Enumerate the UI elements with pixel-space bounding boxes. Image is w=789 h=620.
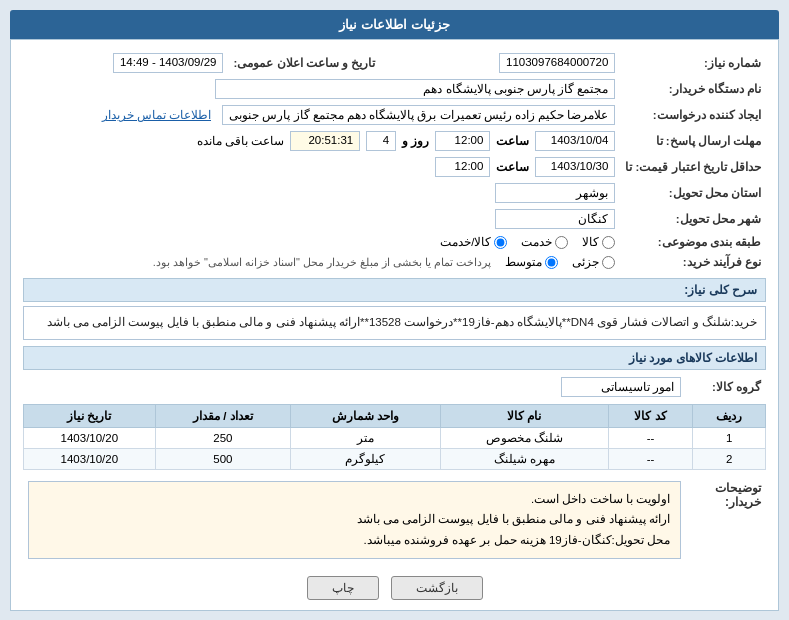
buyer-notes-div: اولویت با ساخت داخل است.ارائه پیشنهاد فن… — [28, 481, 681, 559]
ijad-konande-label: ایجاد کننده درخواست: — [620, 102, 766, 128]
ijad-konande-box: علامرضا حکیم زاده رئیس تعمیرات برق پالای… — [222, 105, 615, 125]
col-tarikh: تاریخ نیاز — [24, 404, 156, 427]
group-label: گروه کالا: — [686, 374, 766, 400]
sarh-koli-section: سرح کلی نیاز: خرید:شلنگ و اتصالات فشار ق… — [23, 278, 766, 340]
roz-label: روز و — [402, 134, 429, 148]
hadat-tarikh-saeat-box: 12:00 — [435, 157, 490, 177]
buyer-notes-table: توضیحات خریدار: اولویت با ساخت داخل است.… — [23, 478, 766, 570]
cell-naam: شلنگ مخصوص — [440, 427, 608, 448]
buyer-notes-label-cell: توضیحات خریدار: — [686, 478, 766, 570]
tarze-motevaset-radio[interactable] — [545, 256, 558, 269]
col-tedad: تعداد / مقدار — [155, 404, 290, 427]
shahr-label: شهر محل تحویل: — [620, 206, 766, 232]
tarze-jozvi-radio[interactable] — [602, 256, 615, 269]
group-value-box: امور تاسیساتی — [561, 377, 681, 397]
mohlat-ersal-label: مهلت ارسال پاسخ: تا — [620, 128, 766, 154]
nam-dastgah-box: مجتمع گاز پارس جنوبی پالایشگاه دهم — [215, 79, 615, 99]
ostan-box: بوشهر — [495, 183, 615, 203]
tabaqa-label: طبقه بندی موضوعی: — [620, 232, 766, 252]
nam-dastgah-label: نام دستگاه خریدار: — [620, 76, 766, 102]
table-row: 1--شلنگ مخصوصمتر2501403/10/20 — [24, 427, 766, 448]
buyer-note-line: اولویت با ساخت داخل است. — [39, 489, 670, 510]
mohlat-ersal-countdown-box: 20:51:31 — [290, 131, 360, 151]
tarikh-saeat-label: تاریخ و ساعت اعلان عمومی: — [228, 50, 405, 76]
tarikh-saeat-box: 1403/09/29 - 14:49 — [113, 53, 224, 73]
tabaqa-kala-khadamat-label: کالا/خدمت — [440, 235, 491, 249]
cell-radif: 2 — [693, 448, 766, 469]
tarze-farayand-row: جزئی متوسط پرداخت تمام یا بخشی از مبلغ خ… — [23, 252, 620, 272]
info-table: شماره نیاز: 1103097684000720 تاریخ و ساع… — [23, 50, 766, 272]
mohlat-ersal-row: 1403/10/04 ساعت 12:00 روز و 4 20:51:31 س… — [23, 128, 620, 154]
mohlat-ersal-roz-box: 4 — [366, 131, 396, 151]
tabaqa-khadamat-option[interactable]: خدمت — [521, 235, 568, 249]
cell-vahed: متر — [291, 427, 441, 448]
sarh-koli-title: سرح کلی نیاز: — [23, 278, 766, 302]
ijad-konande-value: علامرضا حکیم زاده رئیس تعمیرات برق پالای… — [23, 102, 620, 128]
col-radif: ردیف — [693, 404, 766, 427]
hadat-tarikh-label: حداقل تاریخ اعتبار قیمت: تا — [620, 154, 766, 180]
shahr-value: کنگان — [23, 206, 620, 232]
shomara-niaz-label: شماره نیاز: — [620, 50, 766, 76]
mohlat-ersal-date-box: 1403/10/04 — [535, 131, 615, 151]
tabaqa-kala-khadamat-radio[interactable] — [494, 236, 507, 249]
goods-section-title: اطلاعات کالاهای مورد نیاز — [23, 346, 766, 370]
cell-kod: -- — [608, 427, 692, 448]
cell-kod: -- — [608, 448, 692, 469]
saeat-label2: ساعت — [496, 160, 529, 174]
sarh-koli-box: خرید:شلنگ و اتصالات فشار قوی DN4**پالایش… — [23, 306, 766, 340]
col-naam: نام کالا — [440, 404, 608, 427]
cell-vahed: کیلوگرم — [291, 448, 441, 469]
cell-tarikh: 1403/10/20 — [24, 427, 156, 448]
ostan-label: استان محل تحویل: — [620, 180, 766, 206]
tarze-jozvi-option[interactable]: جزئی — [572, 255, 615, 269]
hadat-tarikh-row: 1403/10/30 ساعت 12:00 — [23, 154, 620, 180]
tarze-motevaset-label: متوسط — [505, 255, 542, 269]
buyer-notes-label: توضیحات خریدار: — [715, 481, 761, 509]
tabaqa-row: کالا خدمت کالا/خدمت — [23, 232, 620, 252]
cell-radif: 1 — [693, 427, 766, 448]
main-content: شماره نیاز: 1103097684000720 تاریخ و ساع… — [10, 39, 779, 611]
table-row: 2--مهره شیلنگکیلوگرم5001403/10/20 — [24, 448, 766, 469]
cell-naam: مهره شیلنگ — [440, 448, 608, 469]
nam-dastgah-value: مجتمع گاز پارس جنوبی پالایشگاه دهم — [23, 76, 620, 102]
button-row: بازگشت چاپ — [23, 576, 766, 600]
shahr-box: کنگان — [495, 209, 615, 229]
saeat-label: ساعت — [496, 134, 529, 148]
cell-tarikh: 1403/10/20 — [24, 448, 156, 469]
buyer-note-line: ارائه پیشنهاد فنی و مالی منطبق با فایل پ… — [39, 509, 670, 530]
sarh-koli-value: خرید:شلنگ و اتصالات فشار قوی DN4**پالایش… — [47, 316, 757, 328]
ettelaat-link[interactable]: اطلاعات تماس خریدار — [102, 109, 211, 121]
col-vahed: واحد شمارش — [291, 404, 441, 427]
page-container: جزئیات اطلاعات نیاز شماره نیاز: 11030976… — [0, 0, 789, 620]
buyer-notes-content: اولویت با ساخت داخل است.ارائه پیشنهاد فن… — [23, 478, 686, 570]
tabaqa-khadamat-radio[interactable] — [555, 236, 568, 249]
goods-table: ردیف کد کالا نام کالا واحد شمارش تعداد /… — [23, 404, 766, 470]
tabaqa-kala-label: کالا — [582, 235, 599, 249]
page-header: جزئیات اطلاعات نیاز — [10, 10, 779, 39]
tarze-motevaset-option[interactable]: متوسط — [505, 255, 558, 269]
hadat-tarikh-date-box: 1403/10/30 — [535, 157, 615, 177]
group-value: امور تاسیساتی — [23, 374, 686, 400]
saeat-baqi-label: ساعت باقی مانده — [197, 134, 284, 148]
group-table: گروه کالا: امور تاسیساتی — [23, 374, 766, 400]
back-button[interactable]: بازگشت — [391, 576, 483, 600]
mohlat-ersal-saeat-box: 12:00 — [435, 131, 490, 151]
ostan-value: بوشهر — [23, 180, 620, 206]
col-kod: کد کالا — [608, 404, 692, 427]
tabaqa-khadamat-label: خدمت — [521, 235, 552, 249]
cell-tedad: 250 — [155, 427, 290, 448]
print-button[interactable]: چاپ — [307, 576, 379, 600]
page-title: جزئیات اطلاعات نیاز — [339, 17, 449, 32]
tarze-note: پرداخت تمام یا بخشی از مبلغ خریدار محل "… — [153, 256, 492, 269]
buyer-note-line: محل تحویل:کنگان-فاز19 هزینه حمل بر عهده … — [39, 530, 670, 551]
tarze-farayand-label: نوع فرآیند خرید: — [620, 252, 766, 272]
cell-tedad: 500 — [155, 448, 290, 469]
tabaqa-kala-khadamat-option[interactable]: کالا/خدمت — [440, 235, 507, 249]
shomara-niaz-value: 1103097684000720 — [405, 50, 620, 76]
shomara-niaz-box: 1103097684000720 — [499, 53, 615, 73]
tarze-jozvi-label: جزئی — [572, 255, 599, 269]
tabaqa-kala-option[interactable]: کالا — [582, 235, 615, 249]
tarikh-saeat-value: 1403/09/29 - 14:49 — [23, 50, 228, 76]
tabaqa-kala-radio[interactable] — [602, 236, 615, 249]
